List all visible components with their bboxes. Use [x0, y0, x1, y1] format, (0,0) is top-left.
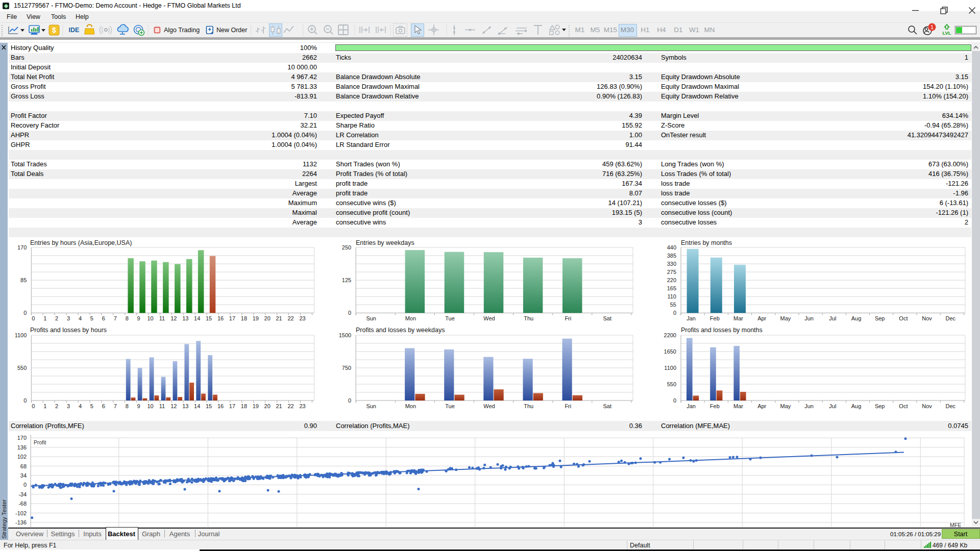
svg-text:1: 1	[43, 315, 46, 321]
svg-text:Thu: Thu	[524, 403, 533, 409]
svg-text:0: 0	[32, 403, 35, 409]
svg-text:16: 16	[217, 315, 224, 321]
svg-text:170: 170	[17, 244, 27, 251]
svg-text:250: 250	[342, 244, 351, 251]
svg-text:Jun: Jun	[804, 403, 814, 409]
svg-text:14: 14	[194, 403, 200, 409]
svg-text:385: 385	[667, 253, 676, 259]
svg-text:22: 22	[287, 315, 293, 321]
svg-text:6: 6	[102, 315, 105, 321]
svg-text:Nov: Nov	[922, 403, 932, 409]
svg-text:10: 10	[147, 315, 153, 321]
svg-text:Mar: Mar	[733, 403, 743, 409]
svg-text:May: May	[780, 403, 791, 409]
svg-text:Oct: Oct	[899, 403, 908, 409]
svg-text:21: 21	[276, 403, 282, 409]
svg-text:9: 9	[137, 403, 140, 409]
svg-text:1100: 1100	[664, 365, 676, 371]
svg-text:Profits and losses by hours: Profits and losses by hours	[30, 327, 107, 334]
svg-text:8: 8	[126, 403, 129, 409]
svg-text:20: 20	[264, 315, 271, 321]
svg-text:LVL: LVL	[942, 30, 951, 36]
svg-text:Mar: Mar	[733, 315, 743, 321]
svg-text:-68: -68	[18, 500, 27, 507]
svg-text:Wed: Wed	[483, 315, 495, 321]
svg-text:4: 4	[79, 403, 82, 409]
svg-text:110: 110	[667, 293, 676, 299]
svg-text:0: 0	[23, 482, 27, 488]
svg-text:Entries by months: Entries by months	[681, 239, 732, 246]
svg-text:Dec: Dec	[946, 403, 956, 409]
svg-text:MFE: MFE	[950, 522, 961, 528]
svg-text:5: 5	[90, 315, 93, 321]
svg-text:13: 13	[182, 403, 188, 409]
svg-text:18: 18	[241, 403, 247, 409]
svg-text:8: 8	[126, 315, 129, 321]
svg-text:330: 330	[667, 261, 676, 267]
svg-text:0: 0	[32, 315, 35, 321]
svg-text:7: 7	[114, 403, 117, 409]
svg-text:Sun: Sun	[366, 403, 376, 409]
svg-text:Mon: Mon	[405, 403, 416, 409]
svg-text:7: 7	[114, 315, 117, 321]
svg-text:1650: 1650	[664, 348, 676, 355]
svg-text:68: 68	[20, 463, 27, 469]
svg-text:Sep: Sep	[875, 403, 885, 409]
svg-text:55: 55	[670, 302, 676, 308]
svg-text:Sep: Sep	[875, 315, 885, 321]
svg-text:Tue: Tue	[445, 315, 455, 321]
svg-text:17: 17	[229, 403, 235, 409]
svg-text:16: 16	[217, 403, 224, 409]
svg-text:1: 1	[930, 24, 934, 30]
svg-text:2200: 2200	[664, 332, 676, 338]
svg-text:Strategy Tester: Strategy Tester	[1, 499, 7, 539]
svg-text:Profits and losses by months: Profits and losses by months	[681, 327, 763, 334]
svg-text:Jan: Jan	[687, 315, 696, 321]
svg-text:1500: 1500	[339, 332, 351, 338]
svg-text:5: 5	[90, 403, 93, 409]
svg-text:12: 12	[170, 315, 177, 321]
svg-text:Jun: Jun	[804, 315, 814, 321]
svg-text:Jan: Jan	[687, 403, 696, 409]
svg-text:19: 19	[253, 315, 259, 321]
svg-text:34: 34	[20, 472, 27, 479]
svg-text:0: 0	[348, 397, 351, 404]
svg-text:136: 136	[17, 444, 27, 450]
svg-text:Oct: Oct	[899, 315, 908, 321]
svg-text:2: 2	[55, 315, 58, 321]
svg-text:550: 550	[17, 365, 27, 371]
svg-text:Thu: Thu	[524, 315, 533, 321]
svg-text:0: 0	[348, 310, 351, 316]
svg-text:Aug: Aug	[851, 403, 862, 409]
svg-text:17: 17	[229, 315, 235, 321]
svg-text:Apr: Apr	[757, 315, 766, 321]
svg-text:Sun: Sun	[366, 315, 376, 321]
svg-text:Wed: Wed	[483, 403, 495, 409]
svg-text:-102: -102	[15, 510, 27, 516]
svg-text:0: 0	[23, 310, 27, 316]
svg-text:23: 23	[299, 403, 305, 409]
svg-text:220: 220	[667, 277, 676, 283]
svg-text:Fri: Fri	[565, 403, 571, 409]
svg-text:102: 102	[17, 454, 27, 460]
svg-text:440: 440	[667, 244, 676, 251]
svg-text:Tue: Tue	[445, 403, 455, 409]
svg-text:6: 6	[102, 403, 105, 409]
svg-text:22: 22	[287, 403, 293, 409]
svg-text:Entries by hours (Asia,Europe,: Entries by hours (Asia,Europe,USA)	[30, 239, 132, 246]
svg-text:IDE: IDE	[69, 27, 80, 34]
svg-text:Fri: Fri	[565, 315, 571, 321]
svg-text:11: 11	[159, 403, 165, 409]
svg-text:Jul: Jul	[829, 315, 836, 321]
svg-text:3: 3	[67, 315, 70, 321]
svg-text:2: 2	[55, 403, 58, 409]
svg-text:4: 4	[79, 315, 82, 321]
svg-text:12: 12	[170, 403, 177, 409]
svg-text:1100: 1100	[15, 332, 27, 338]
svg-text:21: 21	[276, 315, 282, 321]
svg-text:11: 11	[159, 315, 165, 321]
svg-text:-136: -136	[15, 519, 27, 525]
svg-text:10: 10	[147, 403, 153, 409]
svg-text:$: $	[52, 26, 56, 34]
svg-text:13: 13	[182, 315, 188, 321]
